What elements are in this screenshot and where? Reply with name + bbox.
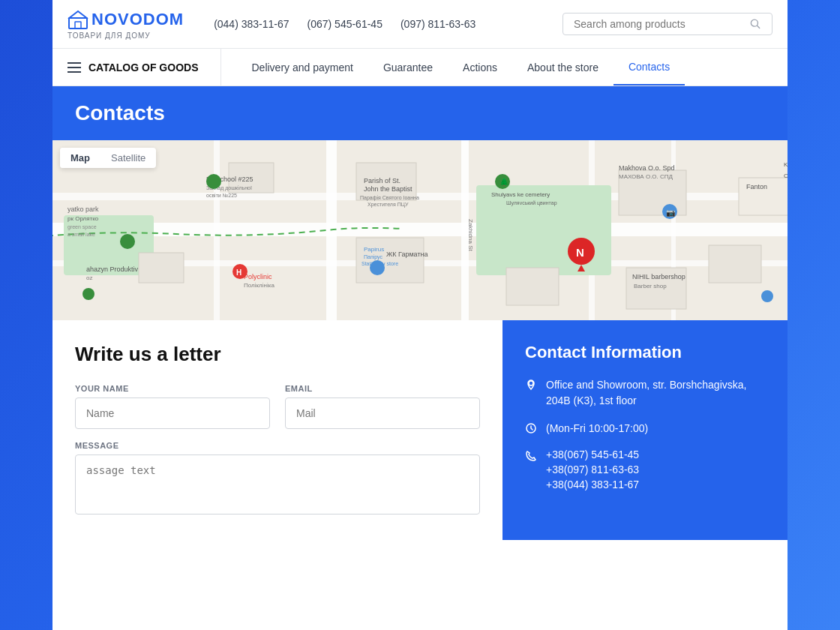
map-canvas: yatko park рк Орлятко green space a smal…: [52, 140, 788, 320]
search-box[interactable]: [562, 13, 772, 35]
location-icon: [525, 379, 537, 393]
content-section: Write us a letter YOUR NAME EMAIL MESSAG…: [52, 320, 788, 540]
logo-icon: [68, 9, 88, 30]
svg-text:Парафія Святого Іоанна: Парафія Святого Іоанна: [360, 195, 419, 201]
contact-address-text: Office and Showroom, str. Borshchagivska…: [546, 377, 765, 409]
hamburger-icon: [68, 62, 81, 73]
message-field: MESSAGE: [75, 441, 480, 518]
contact-address: Office and Showroom, str. Borshchagivska…: [525, 377, 765, 409]
contact-form-section: Write us a letter YOUR NAME EMAIL MESSAG…: [52, 320, 502, 540]
name-label: YOUR NAME: [75, 384, 270, 393]
svg-text:H: H: [236, 268, 242, 277]
phone-numbers: (044) 383-11-67 (067) 545-61-45 (097) 81…: [214, 18, 562, 30]
svg-text:Papirus: Papirus: [364, 246, 384, 253]
contact-phone-2[interactable]: +38(097) 811-63-63: [546, 464, 639, 476]
svg-text:🌲: 🌲: [500, 177, 509, 187]
svg-text:ЖК Гарматна: ЖК Гарматна: [386, 250, 428, 258]
email-input[interactable]: [285, 398, 480, 429]
logo[interactable]: NOVODOM ТОВАРИ ДЛЯ ДОМУ: [68, 9, 184, 40]
contact-phone-list: +38(067) 545-61-45 +38(097) 811-63-63 +3…: [546, 448, 639, 494]
svg-text:Zakhidna St: Zakhidna St: [467, 219, 474, 251]
phone-1[interactable]: (044) 383-11-67: [214, 18, 289, 30]
svg-text:Barber shop: Barber shop: [634, 283, 667, 290]
svg-text:Parish of St.: Parish of St.: [364, 177, 400, 184]
svg-rect-17: [506, 268, 559, 305]
map-tabs[interactable]: Map Satellite: [60, 148, 156, 168]
message-textarea[interactable]: [75, 454, 480, 514]
nav-guarantee[interactable]: Guarantee: [368, 49, 448, 86]
svg-rect-12: [476, 185, 611, 275]
phone-icon: [525, 450, 537, 464]
nav-about[interactable]: About the store: [512, 49, 614, 86]
navigation: CATALOG OF GOODS Delivery and payment Gu…: [52, 49, 788, 86]
svg-rect-20: [709, 245, 761, 283]
svg-point-56: [120, 234, 135, 249]
message-label: MESSAGE: [75, 441, 480, 450]
svg-text:ahazyn Produktiv: ahazyn Produktiv: [86, 266, 139, 273]
contact-phone-1[interactable]: +38(067) 545-61-45: [546, 448, 639, 460]
search-input[interactable]: [574, 18, 744, 30]
search-icon: [750, 18, 761, 30]
form-title: Write us a letter: [75, 343, 480, 366]
map-section[interactable]: yatko park рк Орлятко green space a smal…: [52, 140, 788, 320]
svg-text:Хрестителя ПЦУ: Хрестителя ПЦУ: [368, 202, 409, 208]
svg-text:Kodi: Kodi: [784, 161, 788, 168]
catalog-label: CATALOG OF GOODS: [88, 62, 198, 74]
logo-subtitle: ТОВАРИ ДЛЯ ДОМУ: [68, 32, 184, 40]
svg-text:NIHIL barbershop: NIHIL barbershop: [632, 273, 686, 280]
site-header: NOVODOM ТОВАРИ ДЛЯ ДОМУ (044) 383-11-67 …: [52, 0, 788, 49]
nav-actions[interactable]: Actions: [448, 49, 512, 86]
email-label: EMAIL: [285, 384, 480, 393]
svg-point-59: [370, 260, 385, 275]
svg-text:освіти №225: освіти №225: [206, 193, 237, 198]
svg-text:a small lake: a small lake: [68, 232, 95, 237]
svg-text:📷: 📷: [666, 208, 676, 218]
svg-text:oz: oz: [86, 274, 92, 281]
svg-text:Makhova O.o. Spd: Makhova O.o. Spd: [619, 164, 675, 172]
clock-icon: [525, 422, 537, 436]
phone-3[interactable]: (097) 811-63-63: [400, 18, 476, 30]
email-field: EMAIL: [285, 384, 480, 429]
nav-links: Delivery and payment Guarantee Actions A…: [236, 49, 685, 86]
catalog-button[interactable]: CATALOG OF GOODS: [68, 49, 221, 86]
svg-text:рк Орлятко: рк Орлятко: [68, 215, 99, 222]
name-input[interactable]: [75, 398, 270, 429]
svg-point-65: [529, 381, 533, 386]
svg-text:Поліклініка: Поліклініка: [244, 282, 274, 289]
contact-hours: (Mon-Fri 10:00-17:00): [525, 421, 765, 436]
nav-delivery[interactable]: Delivery and payment: [236, 49, 368, 86]
name-field: YOUR NAME: [75, 384, 270, 429]
map-tab-map[interactable]: Map: [60, 148, 100, 168]
svg-text:Папірус: Папірус: [364, 254, 383, 260]
svg-rect-4: [52, 223, 788, 236]
map-tab-satellite[interactable]: Satellite: [100, 148, 156, 168]
svg-text:John the Baptist: John the Baptist: [364, 185, 412, 193]
svg-rect-22: [139, 253, 184, 283]
svg-point-63: [761, 290, 773, 302]
svg-text:Fanton: Fanton: [746, 183, 767, 190]
contact-info-title: Contact Information: [525, 343, 765, 362]
page-title-section: Contacts: [52, 86, 788, 140]
svg-rect-16: [356, 238, 424, 283]
svg-text:Шуляvський цвинтар: Шуляvський цвинтар: [506, 200, 557, 206]
contact-phone-3[interactable]: +38(044) 383-11-67: [546, 478, 639, 490]
svg-point-55: [206, 174, 221, 189]
svg-text:N: N: [576, 246, 584, 259]
svg-text:Polyclinic: Polyclinic: [244, 273, 272, 280]
contact-phones: +38(067) 545-61-45 +38(097) 811-63-63 +3…: [525, 448, 765, 494]
form-row-name-email: YOUR NAME EMAIL: [75, 384, 480, 429]
svg-rect-9: [214, 140, 220, 320]
phone-2[interactable]: (067) 545-61-45: [308, 18, 382, 30]
svg-rect-1: [75, 22, 81, 28]
svg-text:Shulyavs ke cemetery: Shulyavs ke cemetery: [491, 191, 550, 198]
contact-hours-text: (Mon-Fri 10:00-17:00): [546, 421, 648, 436]
logo-text: NOVODOM: [92, 10, 184, 29]
page-title: Contacts: [75, 101, 765, 125]
svg-text:yatko park: yatko park: [68, 206, 99, 213]
svg-text:green space: green space: [68, 224, 97, 230]
svg-rect-0: [69, 18, 87, 28]
nav-contacts[interactable]: Contacts: [614, 49, 685, 86]
contact-info-section: Contact Information Office and Showroom,…: [502, 320, 788, 540]
svg-text:Cos: Cos: [784, 172, 788, 179]
svg-text:МАХОВА О.О. СПД: МАХОВА О.О. СПД: [619, 173, 674, 180]
